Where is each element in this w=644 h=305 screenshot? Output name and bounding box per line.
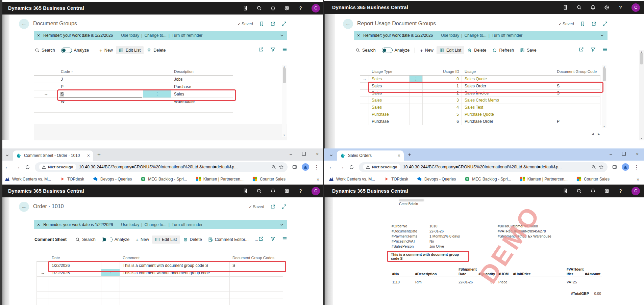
scroll-down-icon[interactable]: ▼ bbox=[640, 137, 643, 140]
table-row-current[interactable]: → Sales ⋮ 0 Sales Quote bbox=[360, 76, 600, 83]
page-scrollbar[interactable]: ▲▼ bbox=[639, 50, 644, 140]
table-row[interactable]: Purchase 5 Purchase Quote bbox=[360, 111, 600, 118]
search-icon[interactable] bbox=[256, 188, 262, 194]
url-text[interactable]: 10.40.30.244/BC/?company=CRONUS%20Intern… bbox=[79, 165, 269, 169]
column-header-document-group-code[interactable]: Document Group Code bbox=[554, 70, 600, 75]
back-button[interactable]: ← bbox=[19, 19, 29, 29]
new-tab-button[interactable]: + bbox=[408, 151, 411, 158]
list-scrollbar[interactable]: ▲▼ bbox=[282, 65, 287, 137]
bookmark-counter-sales[interactable]: Counter Sales bbox=[252, 176, 286, 182]
expand-icon[interactable] bbox=[281, 204, 287, 209]
user-avatar[interactable]: C bbox=[631, 187, 640, 195]
column-header-usage-type[interactable]: Usage Type bbox=[369, 70, 410, 75]
cell-date[interactable]: 1/22/2026 bbox=[49, 262, 101, 269]
cell-document-group-code[interactable] bbox=[554, 97, 600, 104]
url-text[interactable]: 10.40.30.244/BC/?company=CRONUS%20Intern… bbox=[403, 165, 589, 169]
cell-description[interactable]: Purchase bbox=[171, 83, 233, 90]
cell-usage-id[interactable]: 6 bbox=[423, 118, 462, 125]
help-icon[interactable]: ? bbox=[618, 188, 623, 194]
tab-close-icon[interactable]: × bbox=[87, 153, 90, 158]
settings-gear-icon[interactable] bbox=[284, 5, 290, 11]
filter-icon[interactable] bbox=[270, 47, 275, 53]
cell-code-editing[interactable]: S bbox=[58, 90, 143, 98]
scroll-left-icon[interactable]: ◀ bbox=[592, 133, 594, 136]
help-icon[interactable]: ? bbox=[298, 188, 303, 194]
column-header-usage[interactable]: Usage bbox=[462, 70, 554, 75]
cell-code[interactable]: J bbox=[58, 76, 143, 83]
use-today-link[interactable]: Use today bbox=[441, 33, 459, 38]
analyze-toggle[interactable]: Analyze bbox=[58, 46, 92, 55]
table-row-empty[interactable] bbox=[36, 277, 283, 284]
cell-usage-type[interactable]: Purchase bbox=[369, 111, 410, 118]
forward-icon[interactable]: → bbox=[339, 164, 344, 170]
new-button[interactable]: +New bbox=[96, 46, 116, 55]
search-button[interactable]: Search bbox=[32, 46, 58, 54]
back-button[interactable]: ← bbox=[343, 19, 353, 29]
bookmark-star-icon[interactable] bbox=[279, 165, 283, 169]
open-in-new-window-icon[interactable] bbox=[270, 204, 275, 209]
cell-usage-id[interactable]: 1 bbox=[423, 83, 462, 89]
help-icon[interactable]: ? bbox=[618, 5, 623, 10]
cell-document-group-code[interactable] bbox=[554, 104, 600, 111]
cell-usage[interactable]: Sales Order bbox=[462, 83, 554, 89]
table-row-empty[interactable] bbox=[34, 105, 233, 113]
chevron-down-icon[interactable] bbox=[280, 223, 284, 227]
bookmark-meg-backlog-spri[interactable]: SMEG Backlog - Spri... bbox=[465, 176, 511, 182]
bookmark-counter-sales[interactable]: Counter Sales bbox=[576, 176, 610, 182]
side-panel-icon[interactable] bbox=[612, 165, 617, 169]
scroll-up-icon[interactable]: ▲ bbox=[603, 65, 605, 68]
table-row-empty[interactable] bbox=[34, 113, 233, 120]
column-header-date[interactable]: Date bbox=[49, 256, 101, 261]
list-scrollbar[interactable]: ▲▼ bbox=[602, 65, 606, 128]
use-today-link[interactable]: Use today bbox=[121, 222, 139, 227]
window-close-button[interactable]: × bbox=[316, 151, 319, 157]
list-options-icon[interactable] bbox=[282, 236, 287, 243]
cell-document-group-codes[interactable] bbox=[230, 269, 283, 276]
bookmarks-overflow-icon[interactable]: » bbox=[317, 176, 319, 182]
tab-search-chevron-icon[interactable] bbox=[327, 151, 335, 159]
bookmark-devops-queries[interactable]: Devops - Queries bbox=[417, 176, 456, 182]
address-bar[interactable]: Niet beveiligd 10.40.30.244/BC/?company=… bbox=[35, 162, 288, 172]
new-tab-button[interactable]: + bbox=[97, 151, 101, 158]
cell-usage[interactable]: Purchase Quote bbox=[462, 111, 554, 118]
new-button[interactable]: +New bbox=[417, 46, 437, 55]
table-row[interactable]: Purchase 6 Purchase Order P bbox=[360, 118, 600, 125]
cell-usage-id[interactable]: 0 bbox=[423, 76, 462, 82]
expand-icon[interactable] bbox=[602, 21, 608, 26]
cell-document-group-codes[interactable]: S bbox=[230, 262, 283, 269]
cell-usage-type[interactable]: Sales bbox=[369, 83, 410, 89]
user-avatar[interactable]: C bbox=[312, 187, 320, 195]
bookmark-devops-queries[interactable]: Devops - Queries bbox=[93, 176, 132, 182]
filter-icon[interactable] bbox=[270, 236, 275, 243]
cell-usage-id[interactable]: 5 bbox=[423, 111, 462, 118]
cell-usage[interactable]: Sales Credit Memo bbox=[462, 97, 554, 104]
cell-comment[interactable]: This is a comment without document group… bbox=[120, 269, 230, 276]
browser-tab[interactable]: Comment Sheet - Order · 1010 × bbox=[13, 150, 93, 161]
scroll-down-icon[interactable]: ▼ bbox=[283, 134, 286, 136]
change-to-link[interactable]: Change to... bbox=[144, 33, 166, 38]
tab-search-chevron-icon[interactable] bbox=[3, 151, 11, 159]
cell-usage[interactable]: Sales Quote bbox=[462, 76, 554, 82]
table-row-current[interactable]: → 1/22/2026 ⋮ This is a comment without … bbox=[36, 269, 283, 277]
delete-button[interactable]: Delete bbox=[180, 235, 205, 244]
forward-icon[interactable]: → bbox=[15, 164, 20, 170]
cell-usage-id[interactable]: 3 bbox=[423, 97, 462, 104]
search-icon[interactable] bbox=[256, 5, 262, 11]
notifications-bell-icon[interactable] bbox=[270, 5, 276, 11]
change-to-link[interactable]: Change to... bbox=[464, 33, 486, 38]
toggle-switch-icon[interactable] bbox=[102, 237, 113, 242]
company-icon[interactable] bbox=[242, 5, 248, 11]
column-header-comment[interactable]: Comment bbox=[120, 256, 230, 261]
save-button[interactable]: Save bbox=[517, 46, 540, 54]
table-row[interactable]: Sales 4 Sales Test bbox=[360, 104, 600, 111]
row-menu-button[interactable]: ⋮ bbox=[101, 269, 120, 276]
list-options-icon[interactable] bbox=[602, 47, 608, 53]
bookmark-icon[interactable] bbox=[580, 21, 585, 26]
table-row-empty[interactable] bbox=[36, 299, 283, 305]
open-in-new-window-icon[interactable] bbox=[270, 21, 275, 26]
profile-avatar-icon[interactable] bbox=[622, 163, 629, 171]
cell-document-group-code[interactable] bbox=[554, 76, 600, 82]
filter-icon[interactable] bbox=[591, 47, 596, 53]
profile-avatar-icon[interactable] bbox=[302, 163, 309, 171]
scroll-right-icon[interactable]: ▶ bbox=[598, 133, 600, 136]
